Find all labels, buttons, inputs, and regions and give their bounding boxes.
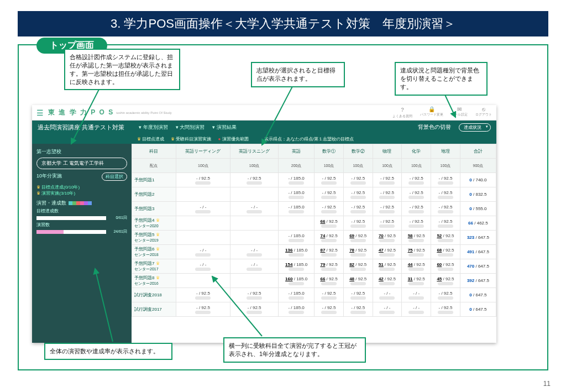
score-cell[interactable]: - / 92.5 (230, 288, 279, 302)
score-cell[interactable]: 66 / 92.5 (315, 274, 344, 288)
score-cell[interactable]: - / - (176, 259, 230, 274)
score-cell[interactable]: - / - (373, 302, 402, 317)
score-cell[interactable]: - / - (402, 288, 431, 302)
header-icon-ログアウト[interactable]: ⎋ログアウト (475, 106, 492, 119)
score-cell[interactable]: - / 92.5 (315, 187, 344, 202)
score-cell[interactable]: - / 92.5 (176, 173, 230, 187)
score-cell[interactable]: - / - (230, 259, 279, 274)
score-cell[interactable]: 87 / 92.5 (315, 245, 344, 259)
score-cell[interactable] (176, 216, 230, 231)
row-label[interactable]: 試行調査2018 (132, 288, 176, 302)
row-label[interactable]: 予想問題5 ♛センター2019 (132, 231, 176, 245)
score-cell[interactable]: - / 92.5 (431, 302, 460, 317)
score-cell[interactable]: 58 / 92.5 (402, 231, 431, 245)
score-cell[interactable]: - / 92.5 (230, 173, 279, 187)
score-cell[interactable]: - / 92.5 (343, 216, 373, 231)
score-cell[interactable]: - / 185.0 (279, 288, 315, 302)
score-cell[interactable]: - / 92.5 (431, 173, 460, 187)
sb-subject-select[interactable]: 科目選択 (102, 173, 127, 181)
score-cell[interactable]: 154 / 185.0 (279, 259, 315, 274)
score-cell[interactable]: - / - (230, 202, 279, 216)
bg-toggle-select[interactable]: 達成状況 (459, 123, 491, 132)
row-label[interactable]: 試行調査2017 (132, 302, 176, 317)
score-cell[interactable]: - / 92.5 (402, 187, 431, 202)
hamburger-icon[interactable]: ☰ (36, 108, 44, 117)
score-cell[interactable]: 82 / 92.5 (343, 259, 373, 274)
score-cell[interactable]: 69 / 92.5 (343, 231, 373, 245)
row-label[interactable]: 予想問題7 ♛センター2017 (132, 259, 176, 274)
score-cell[interactable]: - / 92.5 (373, 216, 402, 231)
score-cell[interactable]: 45 / 92.5 (431, 274, 460, 288)
score-cell[interactable] (230, 216, 279, 231)
score-cell[interactable]: - / 92.5 (402, 202, 431, 216)
row-label[interactable]: 予想問題2 (132, 187, 176, 202)
header-icon-パスワード変更[interactable]: 🔒パスワード変更 (420, 106, 443, 119)
score-cell[interactable] (230, 274, 279, 288)
nav-item-year[interactable]: ▾ 年度別演習 (139, 124, 168, 131)
score-cell[interactable]: 66 / 92.5 (315, 216, 344, 231)
row-label[interactable]: 予想問題3 (132, 202, 176, 216)
score-cell[interactable]: - / - (176, 202, 230, 216)
nav-item-section[interactable]: ▾ 大問別演習 (176, 124, 205, 131)
score-cell[interactable]: - / 92.5 (431, 202, 460, 216)
row-label[interactable]: 予想問題1 (132, 173, 176, 187)
score-cell[interactable]: - / 92.5 (431, 187, 460, 202)
score-cell[interactable]: - / 92.5 (315, 173, 344, 187)
score-cell[interactable]: - / - (402, 302, 431, 317)
score-cell[interactable]: - / 92.5 (315, 302, 344, 317)
row-label[interactable]: 予想問題4 ♛センター2020 (132, 216, 176, 231)
score-cell[interactable] (279, 216, 315, 231)
score-cell[interactable]: 74 / 92.5 (315, 231, 344, 245)
score-cell[interactable]: - / 92.5 (402, 216, 431, 231)
header-icon-よくある質問[interactable]: ？よくある質問 (392, 106, 412, 119)
header-icon-メール設定[interactable]: ✉メール設定 (451, 106, 468, 119)
score-cell[interactable]: - / 92.5 (343, 288, 373, 302)
score-cell[interactable]: - / 92.5 (343, 187, 373, 202)
score-cell[interactable]: - / 92.5 (373, 202, 402, 216)
score-cell[interactable] (176, 274, 230, 288)
score-cell[interactable]: - / 185.0 (279, 202, 315, 216)
score-cell[interactable] (230, 231, 279, 245)
score-cell[interactable]: - / 92.5 (373, 173, 402, 187)
score-cell[interactable]: 60 / 92.5 (431, 259, 460, 274)
score-cell[interactable]: - / 92.5 (176, 302, 230, 317)
score-cell[interactable]: - / 92.5 (373, 187, 402, 202)
score-cell[interactable]: - / - (176, 245, 230, 259)
score-cell[interactable]: 31 / 92.5 (402, 274, 431, 288)
nav-item-results[interactable]: ▾ 演習結果 (212, 124, 237, 131)
score-cell[interactable]: - / 185.0 (279, 302, 315, 317)
score-cell[interactable]: - / 92.5 (230, 302, 279, 317)
score-cell[interactable]: 70 / 92.5 (373, 231, 402, 245)
score-cell[interactable]: - / 92.5 (402, 173, 431, 187)
score-cell[interactable]: - / - (373, 288, 402, 302)
score-cell[interactable]: - / 92.5 (176, 288, 230, 302)
score-cell[interactable]: 42 / 92.5 (373, 274, 402, 288)
score-cell[interactable]: - / 185.0 (279, 173, 315, 187)
score-cell[interactable]: 48 / 92.5 (343, 274, 373, 288)
score-cell[interactable]: 52 / 92.5 (431, 231, 460, 245)
score-cell[interactable]: 78 / 92.5 (343, 245, 373, 259)
row-label[interactable]: 予想問題6 ♛センター2018 (132, 245, 176, 259)
score-cell[interactable]: - / 92.5 (343, 202, 373, 216)
score-cell[interactable]: - / 92.5 (343, 173, 373, 187)
score-cell[interactable]: - / 185.0 (279, 187, 315, 202)
score-cell[interactable]: 75 / 92.5 (402, 245, 431, 259)
sb-school-select[interactable]: 京都大学 工 電気電子工学科 (36, 158, 127, 169)
score-cell[interactable]: - / 92.5 (343, 302, 373, 317)
score-cell[interactable]: - / 92.5 (315, 202, 344, 216)
score-cell[interactable]: - / 185.0 (279, 231, 315, 245)
score-cell[interactable]: 68 / 92.5 (431, 245, 460, 259)
score-cell[interactable] (176, 187, 230, 202)
score-cell[interactable]: 136 / 185.0 (279, 245, 315, 259)
row-label[interactable]: 予想問題8 ♛センター2016 (132, 274, 176, 288)
score-cell[interactable]: 51 / 92.5 (373, 259, 402, 274)
score-cell[interactable]: 79 / 92.5 (315, 259, 344, 274)
score-cell[interactable]: 47 / 92.5 (373, 245, 402, 259)
score-cell[interactable]: - / - (230, 245, 279, 259)
score-cell[interactable]: - / 92.5 (431, 288, 460, 302)
score-cell[interactable]: - / 92.5 (315, 288, 344, 302)
score-cell[interactable] (176, 231, 230, 245)
score-cell[interactable] (230, 187, 279, 202)
score-cell[interactable]: - / 92.5 (431, 216, 460, 231)
score-cell[interactable]: 160 / 185.0 (279, 274, 315, 288)
